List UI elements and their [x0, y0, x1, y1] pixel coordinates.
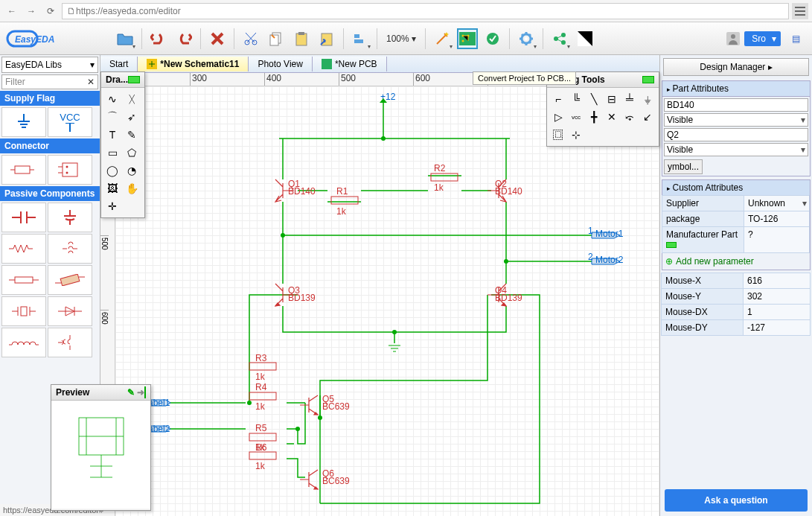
- tool-arc[interactable]: ⌒: [104, 109, 121, 125]
- cut-icon[interactable]: [240, 28, 261, 49]
- tool-busentry[interactable]: ╲: [586, 91, 602, 107]
- comp-cap-np[interactable]: [1, 203, 46, 232]
- tool-polyline[interactable]: ᚷ: [124, 91, 140, 107]
- svg-text:1k: 1k: [336, 206, 347, 217]
- val-mouse-dx: 1: [743, 304, 811, 320]
- reload-button[interactable]: ⟳: [42, 3, 59, 19]
- tool-pencil[interactable]: ✎: [124, 127, 140, 143]
- filter-input[interactable]: Filter: [1, 74, 98, 89]
- tool-noconnect[interactable]: ✕: [604, 109, 620, 125]
- zoom-display[interactable]: 100% ▾: [383, 34, 419, 44]
- tool-netflag[interactable]: ╧: [621, 91, 638, 107]
- panel-toggle-icon[interactable]: ▤: [785, 28, 806, 49]
- tool-image[interactable]: 🖼: [104, 180, 121, 197]
- tool-ellipse[interactable]: ◯: [104, 162, 121, 179]
- comp-conn1[interactable]: [1, 155, 46, 185]
- tool-line[interactable]: ∿: [104, 91, 121, 107]
- user-menu[interactable]: Sro: [744, 31, 781, 46]
- tab-photo[interactable]: Photo View: [249, 57, 313, 71]
- tool-netport2[interactable]: ⤽: [621, 109, 638, 125]
- tool-port[interactable]: ▷: [550, 109, 566, 125]
- delete-icon[interactable]: [207, 28, 228, 49]
- comp-fuse[interactable]: [48, 265, 92, 295]
- svg-rect-7: [298, 32, 304, 35]
- tool-rect[interactable]: ▭: [104, 144, 121, 161]
- cat-connector[interactable]: Connector: [0, 138, 100, 153]
- comp-pot[interactable]: [48, 328, 92, 357]
- forward-button[interactable]: →: [23, 3, 39, 19]
- lbl-mouse-dy: Mouse-DY: [661, 319, 744, 336]
- tab-pcb[interactable]: *New PCB: [313, 57, 387, 71]
- tool-text[interactable]: T: [104, 127, 121, 143]
- tool-pan[interactable]: ✋: [124, 180, 140, 197]
- open-icon[interactable]: [115, 28, 135, 49]
- tool-arrow[interactable]: ➶: [124, 109, 140, 125]
- user-avatar-icon[interactable]: [726, 32, 740, 45]
- comp-diode[interactable]: [48, 296, 92, 326]
- undo-icon[interactable]: [148, 28, 169, 49]
- attr-name-visible[interactable]: Visible: [664, 113, 808, 127]
- comp-res-us[interactable]: [1, 265, 46, 295]
- comp-cap-pol[interactable]: [48, 203, 92, 232]
- logo[interactable]: EasyEDA: [6, 25, 110, 52]
- tool-gnd[interactable]: ⏚: [639, 91, 656, 107]
- drawing-tools-panel[interactable]: Dra... ∿ ᚷ ⌒ ➶ T ✎ ▭ ⬠ ◯ ◔ 🖼 ✋ ✛: [100, 71, 145, 218]
- comp-xtal[interactable]: [1, 296, 46, 326]
- url-bar[interactable]: 🗋 https://easyeda.com/editor: [62, 3, 789, 19]
- edit-symbol-button[interactable]: ymbol...: [664, 159, 703, 174]
- attr-prefix-visible[interactable]: Visible: [664, 143, 808, 156]
- pcb-icon[interactable]: [457, 28, 478, 49]
- comp-gnd[interactable]: [1, 107, 46, 137]
- schematic-canvas[interactable]: +12: [115, 86, 659, 516]
- comp-ind[interactable]: [48, 234, 92, 264]
- bom-icon[interactable]: [482, 28, 503, 49]
- copy-icon[interactable]: [266, 28, 287, 49]
- redo-icon[interactable]: [173, 28, 194, 49]
- tool-netlabel[interactable]: ⊟: [604, 91, 620, 107]
- browser-bar: ← → ⟳ 🗋 https://easyeda.com/editor: [0, 0, 812, 22]
- tool-vcc[interactable]: vcc: [568, 109, 584, 125]
- attr-name-input[interactable]: BD140: [664, 98, 808, 112]
- tab-start[interactable]: Start: [100, 57, 138, 71]
- comp-vcc[interactable]: VCC: [48, 107, 92, 137]
- browser-menu-icon[interactable]: [792, 3, 808, 19]
- back-button[interactable]: ←: [4, 3, 20, 19]
- section-part-attributes[interactable]: Part Attributes: [662, 81, 810, 97]
- tool-origin[interactable]: ✛: [104, 198, 121, 214]
- tool-wire[interactable]: ⌐: [550, 91, 566, 107]
- val-supplier[interactable]: Unknown: [744, 195, 810, 211]
- tool-pie[interactable]: ◔: [124, 162, 140, 179]
- comp-res-eu[interactable]: [1, 234, 46, 264]
- preview-panel[interactable]: Preview✎ ➜: [51, 384, 151, 511]
- ask-question-button[interactable]: Ask a question: [665, 489, 808, 512]
- tool-bus[interactable]: ╚: [568, 91, 584, 107]
- tab-schematic[interactable]: *New Schematic11: [138, 57, 249, 71]
- tool-junction[interactable]: ╋: [586, 109, 602, 125]
- svg-rect-30: [322, 59, 332, 69]
- svg-text:BD140: BD140: [288, 186, 316, 197]
- paste-icon[interactable]: [291, 28, 312, 49]
- attr-prefix-input[interactable]: Q2: [664, 128, 808, 141]
- share-icon[interactable]: [549, 28, 570, 49]
- design-manager-button[interactable]: Design Manager ▸: [663, 58, 809, 76]
- add-parameter-button[interactable]: Add new parameter: [662, 253, 810, 270]
- cat-supply-flag[interactable]: Supply Flag: [0, 91, 100, 106]
- tool-group[interactable]: ⿴: [550, 127, 566, 143]
- section-custom-attributes[interactable]: Custom Attributes: [662, 180, 810, 196]
- val-package[interactable]: TO-126: [744, 211, 810, 227]
- wand-icon[interactable]: [432, 28, 453, 49]
- tool-pan2[interactable]: ⊹: [568, 127, 584, 143]
- tool-poly[interactable]: ⬠: [124, 144, 140, 161]
- libs-select[interactable]: EasyEDA Libs: [1, 57, 98, 73]
- cross-paste-icon[interactable]: [316, 28, 337, 49]
- align-icon[interactable]: [350, 28, 371, 49]
- comp-ind2[interactable]: [1, 328, 46, 357]
- tool-probe[interactable]: ↙: [639, 109, 656, 125]
- comp-conn2[interactable]: [48, 155, 92, 185]
- svg-rect-26: [15, 277, 33, 283]
- settings-icon[interactable]: [516, 28, 537, 49]
- theme-icon[interactable]: [575, 28, 595, 49]
- cat-passive[interactable]: Passive Components: [0, 186, 100, 201]
- svg-text:BD139: BD139: [495, 293, 522, 303]
- val-manufacturer[interactable]: ?: [744, 226, 810, 253]
